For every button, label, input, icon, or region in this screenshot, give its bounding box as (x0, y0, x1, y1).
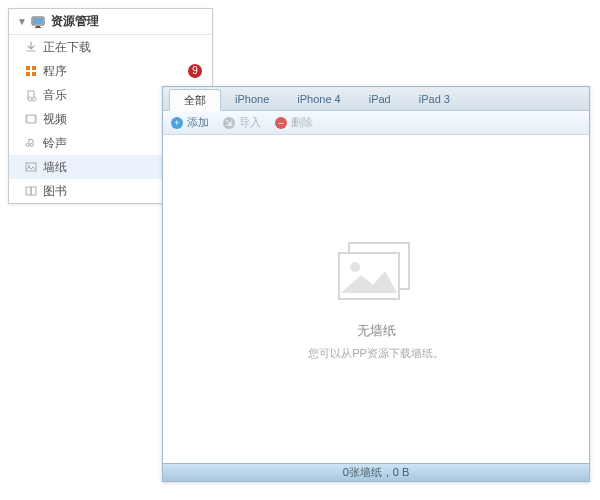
empty-image-icon (331, 237, 421, 310)
badge-count: 9 (188, 64, 202, 78)
book-icon (23, 184, 39, 198)
video-icon (23, 112, 39, 126)
tab-label: iPad (369, 93, 391, 105)
chevron-down-icon: ▼ (17, 16, 27, 27)
svg-rect-3 (35, 27, 41, 28)
tab-label: iPhone (235, 93, 269, 105)
tab-label: 全部 (184, 93, 206, 108)
tab-ipad[interactable]: iPad (355, 87, 405, 110)
tab-all[interactable]: 全部 (169, 89, 221, 111)
sidebar-header[interactable]: ▼ 资源管理 (9, 9, 212, 35)
sidebar-item-label: 图书 (43, 183, 67, 200)
tool-label: 添加 (187, 115, 209, 130)
sidebar-item-apps[interactable]: 程序 9 (9, 59, 212, 83)
add-button[interactable]: + 添加 (171, 115, 209, 130)
tab-iphone[interactable]: iPhone (221, 87, 283, 110)
sidebar-item-label: 程序 (43, 63, 67, 80)
tool-label: 导入 (239, 115, 261, 130)
status-bar: 0张墙纸，0 B (163, 463, 589, 481)
sidebar-item-label: 正在下载 (43, 39, 91, 56)
plus-icon: + (171, 117, 183, 129)
content-area: 无墙纸 您可以从PP资源下载墙纸。 (163, 135, 589, 463)
delete-button[interactable]: – 删除 (275, 115, 313, 130)
svg-rect-9 (26, 115, 28, 123)
empty-title: 无墙纸 (357, 322, 396, 340)
sidebar-item-label: 视频 (43, 111, 67, 128)
delete-icon: – (275, 117, 287, 129)
tab-bar: 全部 iPhone iPhone 4 iPad iPad 3 (163, 87, 589, 111)
sidebar-item-downloading[interactable]: 正在下载 (9, 35, 212, 59)
tab-label: iPhone 4 (297, 93, 340, 105)
svg-point-15 (350, 262, 360, 272)
app-icon (23, 64, 39, 78)
tool-label: 删除 (291, 115, 313, 130)
tab-label: iPad 3 (419, 93, 450, 105)
toolbar: + 添加 ⇲ 导入 – 删除 (163, 111, 589, 135)
svg-rect-7 (32, 72, 36, 76)
svg-rect-1 (33, 18, 43, 24)
main-panel: 全部 iPhone iPhone 4 iPad iPad 3 + 添加 ⇲ 导入… (162, 86, 590, 482)
svg-rect-5 (32, 66, 36, 70)
import-button[interactable]: ⇲ 导入 (223, 115, 261, 130)
music-icon (23, 88, 39, 102)
svg-rect-4 (26, 66, 30, 70)
tab-iphone4[interactable]: iPhone 4 (283, 87, 354, 110)
sidebar-title: 资源管理 (51, 13, 99, 30)
svg-rect-11 (26, 163, 36, 171)
import-icon: ⇲ (223, 117, 235, 129)
monitor-icon (31, 15, 45, 29)
svg-rect-2 (36, 26, 40, 27)
wallpaper-icon (23, 160, 39, 174)
sidebar-item-label: 铃声 (43, 135, 67, 152)
ringtone-icon (23, 136, 39, 150)
sidebar-item-label: 墙纸 (43, 159, 67, 176)
status-text: 0张墙纸，0 B (343, 465, 410, 480)
empty-subtitle: 您可以从PP资源下载墙纸。 (308, 346, 444, 361)
sidebar-item-label: 音乐 (43, 87, 67, 104)
tab-ipad3[interactable]: iPad 3 (405, 87, 464, 110)
svg-rect-6 (26, 72, 30, 76)
svg-rect-10 (34, 115, 36, 123)
download-icon (23, 40, 39, 54)
